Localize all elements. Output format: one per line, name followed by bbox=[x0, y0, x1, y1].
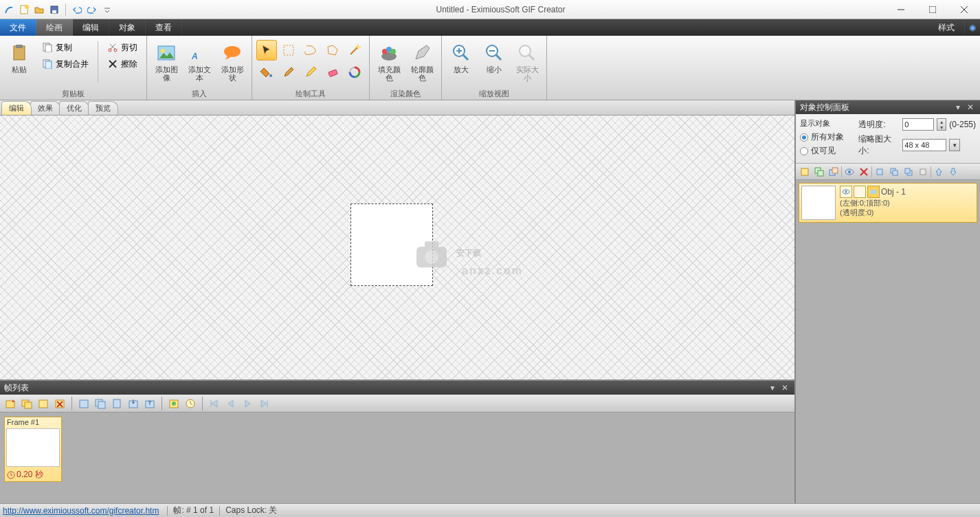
panel-close-icon[interactable]: ✕ bbox=[965, 102, 976, 112]
svg-text:A: A bbox=[191, 52, 198, 61]
zoom-in-button[interactable]: 放大 bbox=[446, 40, 476, 76]
tool-poly-select[interactable] bbox=[322, 40, 343, 60]
obj-down-icon[interactable] bbox=[946, 165, 960, 179]
menu-draw[interactable]: 绘画 bbox=[36, 19, 73, 36]
frame-del-icon[interactable] bbox=[52, 396, 67, 411]
minimize-button[interactable] bbox=[885, 0, 917, 19]
tool-brush[interactable] bbox=[278, 62, 299, 82]
frame-export-icon[interactable] bbox=[142, 396, 157, 411]
svg-rect-71 bbox=[893, 170, 898, 175]
panel-close-icon[interactable]: ✕ bbox=[779, 383, 790, 393]
cut-button[interactable]: 剪切 bbox=[102, 40, 142, 55]
frame-cut-icon[interactable] bbox=[76, 396, 91, 411]
obj-eye-icon[interactable] bbox=[840, 186, 852, 198]
svg-rect-11 bbox=[45, 45, 52, 52]
undo-icon[interactable] bbox=[71, 3, 83, 16]
frame-last-icon[interactable] bbox=[256, 396, 271, 411]
tab-preview[interactable]: 预览 bbox=[88, 101, 118, 115]
tool-rect-select[interactable] bbox=[278, 40, 299, 60]
frame-first-icon[interactable] bbox=[207, 396, 222, 411]
tool-colorpicker[interactable] bbox=[344, 62, 365, 82]
zoom-out-button[interactable]: 缩小 bbox=[479, 40, 509, 76]
frame-next-icon[interactable] bbox=[240, 396, 255, 411]
opacity-input[interactable]: 0 bbox=[902, 118, 934, 131]
ribbon-group-zoom: 放大 缩小 实际大小 缩放视图 bbox=[442, 36, 547, 100]
tool-pointer[interactable] bbox=[256, 40, 277, 60]
svg-rect-77 bbox=[871, 190, 876, 194]
panel-menu-icon[interactable]: ▾ bbox=[953, 102, 964, 112]
obj-dup-icon[interactable] bbox=[812, 165, 826, 179]
obj-up-icon[interactable] bbox=[932, 165, 946, 179]
maximize-button[interactable] bbox=[917, 0, 948, 19]
frame-time-icon[interactable] bbox=[183, 396, 198, 411]
redo-icon[interactable] bbox=[86, 3, 98, 16]
svg-rect-22 bbox=[284, 45, 293, 55]
obj-combine-icon[interactable] bbox=[827, 165, 840, 179]
tab-edit[interactable]: 编辑 bbox=[1, 101, 32, 115]
tool-wand[interactable] bbox=[344, 40, 365, 60]
radio-visible-only[interactable]: 仅可见 bbox=[800, 145, 853, 157]
obj-visible-icon[interactable] bbox=[843, 165, 856, 179]
obj-front-icon[interactable] bbox=[873, 165, 887, 179]
obj-type-icon[interactable] bbox=[867, 186, 880, 198]
obj-back-icon[interactable] bbox=[916, 165, 930, 179]
paste-button[interactable]: 粘贴 bbox=[4, 40, 34, 76]
radio-all-objects[interactable]: 所有对象 bbox=[800, 131, 853, 143]
frame-fx-icon[interactable] bbox=[166, 396, 181, 411]
object-item[interactable]: Obj - 1 (左侧:0;顶部:0) (透明度:0) bbox=[799, 183, 977, 223]
qat-dropdown-icon[interactable] bbox=[101, 3, 113, 16]
frame-copy-icon[interactable] bbox=[93, 396, 108, 411]
outline-color-button[interactable]: 轮廓颜色 bbox=[407, 40, 437, 84]
obj-lock-icon[interactable] bbox=[854, 186, 866, 198]
thumbsize-dropdown[interactable]: ▼ bbox=[949, 139, 960, 151]
add-shape-button[interactable]: 添加形状 bbox=[217, 40, 247, 84]
obj-del-icon[interactable] bbox=[857, 165, 871, 179]
frame-new-icon[interactable] bbox=[36, 396, 51, 411]
status-link[interactable]: http://www.eximioussoft.com/gifcreator.h… bbox=[0, 506, 162, 516]
svg-rect-62 bbox=[818, 170, 823, 176]
new-icon[interactable] bbox=[18, 3, 30, 16]
menu-object[interactable]: 对象 bbox=[109, 19, 146, 36]
obj-new-icon[interactable] bbox=[798, 165, 812, 179]
frame-item[interactable]: Frame #1 0.20 秒 bbox=[4, 417, 62, 482]
app-icon[interactable] bbox=[3, 3, 15, 16]
obj-forward-icon[interactable] bbox=[887, 165, 901, 179]
tool-bucket[interactable] bbox=[256, 62, 277, 82]
fill-color-button[interactable]: 填充颜色 bbox=[374, 40, 404, 84]
menu-file[interactable]: 文件 bbox=[0, 19, 36, 36]
menu-view[interactable]: 查看 bbox=[146, 19, 182, 36]
svg-rect-60 bbox=[801, 168, 808, 175]
thumbsize-combo[interactable]: 48 x 48 bbox=[902, 139, 946, 151]
delete-button[interactable]: 擦除 bbox=[102, 56, 142, 72]
frame-prev-icon[interactable] bbox=[223, 396, 238, 411]
frame-add-icon[interactable] bbox=[3, 396, 18, 411]
copymerge-button[interactable]: 复制合并 bbox=[37, 56, 93, 72]
frame-import-icon[interactable] bbox=[126, 396, 141, 411]
obj-backward-icon[interactable] bbox=[902, 165, 915, 179]
tab-optimize[interactable]: 优化 bbox=[59, 101, 89, 115]
frame-paste-icon[interactable] bbox=[109, 396, 124, 411]
object-toolbar bbox=[796, 164, 980, 180]
zoom-actual-button[interactable]: 实际大小 bbox=[512, 40, 542, 84]
ribbon: 粘贴 复制 复制合并 剪切 擦除 剪贴板 添加图像 A添加文本 添加形状 插入 bbox=[0, 36, 980, 100]
left-column: 编辑 效果 优化 预览 安下载 anxz.com 帧列表 ▾ ✕ bbox=[0, 100, 796, 503]
menu-edit[interactable]: 编辑 bbox=[73, 19, 109, 36]
save-icon[interactable] bbox=[48, 3, 60, 16]
close-button[interactable] bbox=[948, 0, 980, 19]
tool-lasso[interactable] bbox=[300, 40, 321, 60]
open-icon[interactable] bbox=[33, 3, 45, 16]
panel-menu-icon[interactable]: ▾ bbox=[767, 383, 778, 393]
add-text-button[interactable]: A添加文本 bbox=[184, 40, 214, 84]
copy-button[interactable]: 复制 bbox=[37, 40, 93, 55]
workspace: 编辑 效果 优化 预览 安下载 anxz.com 帧列表 ▾ ✕ bbox=[0, 100, 980, 503]
add-image-button[interactable]: 添加图像 bbox=[151, 40, 181, 84]
frame-dup-icon[interactable] bbox=[19, 396, 34, 411]
menu-style[interactable]: 样式 bbox=[928, 19, 965, 36]
canvas-area[interactable]: 安下载 anxz.com bbox=[0, 116, 794, 380]
tool-eraser[interactable] bbox=[322, 62, 343, 82]
help-icon[interactable]: ◉ bbox=[965, 19, 980, 36]
tab-effect[interactable]: 效果 bbox=[30, 101, 60, 115]
svg-rect-52 bbox=[98, 402, 105, 408]
tool-pencil[interactable] bbox=[300, 62, 321, 82]
opacity-spinner[interactable]: ▲▼ bbox=[937, 118, 946, 131]
